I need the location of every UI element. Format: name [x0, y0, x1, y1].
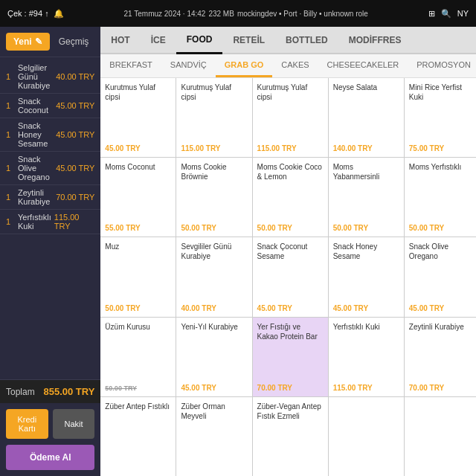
grid-icon[interactable]: ⊞ [428, 9, 435, 19]
product-price: 50.00 TRY [105, 385, 171, 392]
product-price: 75.00 TRY [409, 144, 475, 152]
top-tab-ice[interactable]: İCE [141, 27, 176, 54]
top-tab-bottled[interactable]: BOTTLED [275, 27, 338, 54]
order-name: Selgilier Günü Kurabiye [18, 63, 53, 90]
order-item[interactable]: 1 Snack Coconut 45.00 TRY [0, 94, 100, 118]
product-cell[interactable]: Kurutmuş Yulaf cipsi 115.00 TRY [253, 78, 328, 157]
sub-tab-cakes[interactable]: CAKES [272, 54, 318, 77]
product-price: 50.00 TRY [333, 224, 399, 232]
order-name: Zeytinli Kurabiye [18, 188, 53, 206]
payment-buttons: Kredi Kartı Nakit [0, 403, 100, 445]
top-tab-hot[interactable]: HOT [100, 27, 140, 54]
product-cell[interactable]: Üzüm Kurusu 50.00 TRY [100, 318, 176, 396]
product-price: 50.00 TRY [105, 304, 171, 312]
order-item[interactable]: 1 Zeytinli Kurabiye 70.00 TRY [0, 185, 100, 210]
user-info: mockingdev • Port · Billy • unknown role [237, 10, 368, 18]
product-name: Üzüm Kurusu [105, 322, 171, 382]
product-name: Mini Rice Yerfist Kuki [409, 83, 475, 141]
product-grid: Kurutmus Yulaf cipsi 45.00 TRY Kurutmuş … [100, 78, 476, 476]
product-name: Sevgililer Günü Kurabiye [181, 242, 247, 300]
order-name: Snack Olive Oregano [18, 155, 53, 181]
product-price: 115.00 TRY [333, 384, 399, 392]
product-price: 50.00 TRY [257, 224, 324, 232]
product-price: 45.00 TRY [105, 144, 171, 152]
sub-tabs: BREKFASTSANDVİÇGRAB GOCAKESCHESEECAKELER… [100, 54, 476, 78]
product-name: Yer Fıstığı ve Kakao Protein Bar [257, 322, 324, 381]
order-name: Yerfıstıklı Kuki [18, 213, 51, 231]
product-cell[interactable]: Neyse Salata 140.00 TRY [329, 78, 404, 157]
product-cell[interactable]: Yeni-Yıl Kurabiye 45.00 TRY [176, 318, 251, 396]
sub-tab-cheseecakeler[interactable]: CHESEECAKELER [318, 54, 408, 77]
product-cell[interactable]: Snack Olive Oregano 45.00 TRY [405, 237, 476, 316]
order-price: 45.00 TRY [56, 164, 94, 173]
product-cell[interactable]: Zeytinli Kurabiye 70.00 TRY [405, 318, 476, 396]
top-tab-food[interactable]: FOOD [176, 27, 223, 54]
product-cell[interactable]: Moms Coconut 55.00 TRY [100, 158, 176, 237]
product-cell[interactable]: Yer Fıstığı ve Kakao Protein Bar 70.00 T… [253, 318, 328, 396]
sidebar-total: Toplam 855.00 TRY [0, 379, 100, 403]
product-name: Kurutmus Yulaf cipsi [105, 83, 171, 141]
product-name: Snack Çoconut Sesame [257, 242, 324, 300]
cash-button[interactable]: Nakit [53, 409, 95, 439]
order-qty: 1 [6, 164, 15, 173]
order-price: 45.00 TRY [56, 101, 94, 110]
product-cell[interactable]: Moms Yabanmersinli 50.00 TRY [329, 158, 404, 237]
sub-tab-brekfast[interactable]: BREKFAST [100, 54, 161, 77]
top-tab-retail[interactable]: RETEİL [222, 27, 275, 54]
memory: 232 MB [208, 10, 234, 18]
order-item[interactable]: 1 Selgilier Günü Kurabiye 40.00 TRY [0, 60, 100, 94]
product-price: 45.00 TRY [181, 384, 247, 392]
cash-label: Nakit [65, 419, 83, 428]
sub-tab-grabgo[interactable]: GRAB GO [216, 54, 273, 77]
sub-tab-promosyon[interactable]: PROMOSYON [408, 54, 476, 77]
order-item[interactable]: 1 Snack Honey Sesame 45.00 TRY [0, 118, 100, 152]
pay-label: Ödeme Al [30, 452, 71, 463]
order-price: 45.00 TRY [56, 130, 94, 139]
pay-button[interactable]: Ödeme Al [6, 445, 94, 470]
product-cell[interactable] [329, 397, 404, 476]
product-name: Snack Honey Sesame [333, 242, 399, 300]
user-icon[interactable]: NY [457, 9, 469, 18]
product-cell[interactable]: Sevgililer Günü Kurabiye 40.00 TRY [176, 237, 251, 316]
product-cell[interactable]: Moms Cookie Coco & Lemon 50.00 TRY [253, 158, 328, 237]
product-name: Zeytinli Kurabiye [409, 322, 475, 381]
credit-card-button[interactable]: Kredi Kartı [6, 409, 48, 439]
product-name: Züber Antep Fıstıklı [105, 402, 171, 469]
main-layout: Yeni ✎ Geçmiş 1 Selgilier Günü Kurabiye … [0, 27, 476, 476]
product-price: 115.00 TRY [181, 144, 247, 152]
product-cell[interactable]: Snack Honey Sesame 45.00 TRY [329, 237, 404, 316]
status-bar: Çek : #94 ↑ 🔔 21 Temmuz 2024 · 14:42 232… [0, 0, 476, 27]
product-name: Yerfıstıklı Kuki [333, 322, 399, 381]
order-item[interactable]: 1 Snack Olive Oregano 45.00 TRY [0, 152, 100, 185]
product-cell[interactable]: Kurutmuş Yulaf cipsi 115.00 TRY [176, 78, 251, 157]
top-tab-modiffres[interactable]: MODİFFRES [338, 27, 412, 54]
product-cell[interactable]: Züber Antep Fıstıklı [100, 397, 176, 476]
history-button[interactable]: Geçmiş [53, 33, 95, 51]
product-cell[interactable]: Züber-Vegan Antep Fıstık Ezmeli [253, 397, 328, 476]
product-cell[interactable]: Yerfıstıklı Kuki 115.00 TRY [329, 318, 404, 396]
search-icon[interactable]: 🔍 [441, 9, 451, 19]
bell-icon: 🔔 [54, 9, 64, 19]
product-cell[interactable]: Snack Çoconut Sesame 45.00 TRY [253, 237, 328, 316]
new-button[interactable]: Yeni ✎ [6, 33, 50, 51]
sub-tab-sandvic[interactable]: SANDVİÇ [161, 54, 216, 77]
order-price: 70.00 TRY [56, 193, 94, 202]
product-name: Züber Orman Meyveli [181, 402, 247, 469]
product-price: 45.00 TRY [409, 304, 475, 312]
order-item[interactable]: 1 Yerfıstıklı Kuki 115.00 TRY [0, 210, 100, 234]
sidebar: Yeni ✎ Geçmiş 1 Selgilier Günü Kurabiye … [0, 27, 100, 476]
product-cell[interactable]: Moms Cookie Bröwnie 50.00 TRY [176, 158, 251, 237]
product-cell[interactable]: Moms Yerfıstıklı 50.00 TRY [405, 158, 476, 237]
product-name: Yeni-Yıl Kurabiye [181, 322, 247, 381]
sidebar-header: Yeni ✎ Geçmiş [0, 27, 100, 57]
product-name: Muz [105, 242, 171, 300]
product-name [333, 402, 399, 469]
product-cell[interactable]: Züber Orman Meyveli [176, 397, 251, 476]
product-cell[interactable] [405, 397, 476, 476]
product-cell[interactable]: Mini Rice Yerfist Kuki 75.00 TRY [405, 78, 476, 157]
product-cell[interactable]: Kurutmus Yulaf cipsi 45.00 TRY [100, 78, 176, 157]
product-cell[interactable]: Muz 50.00 TRY [100, 237, 176, 316]
status-center: 21 Temmuz 2024 · 14:42 232 MB mockingdev… [124, 10, 368, 18]
order-name: Snack Honey Sesame [18, 121, 53, 148]
product-price: 40.00 TRY [181, 304, 247, 312]
